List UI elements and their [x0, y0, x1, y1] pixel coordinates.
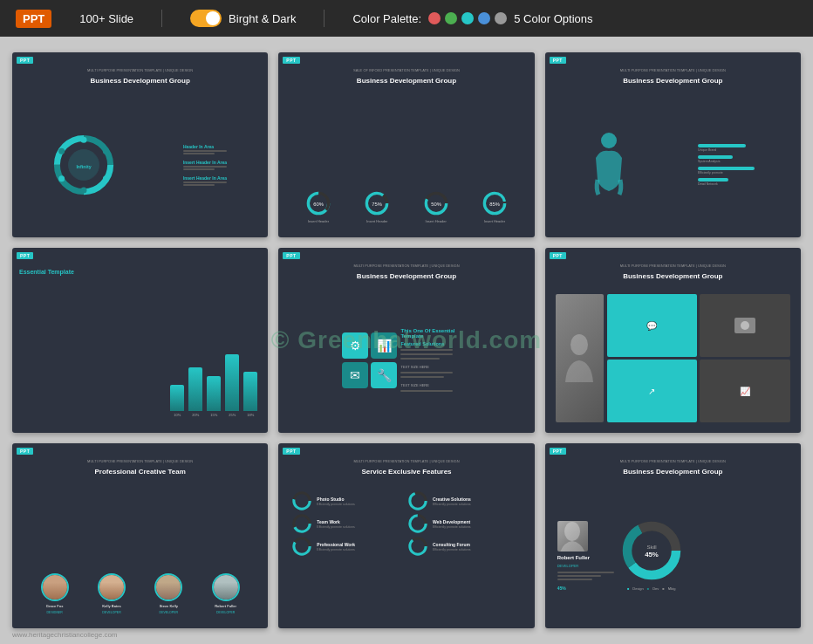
slide1-diagram: Infinity Header In Area Insert Header In… [19, 99, 261, 230]
slide-subtitle-1: MULTI PURPOSE PRESENTATION TEMPLATE | UN… [19, 68, 261, 72]
svg-text:45%: 45% [645, 551, 659, 558]
donut-3: 50% Insert Header [423, 190, 449, 223]
website-url: www.heritagechristiancollege.com [12, 631, 118, 639]
slide-card-8[interactable]: PPT MULTI PURPOSE PRESENTATION TEMPLATE … [278, 443, 534, 628]
slide3-human: Unique Brand System Analysis Efficiently… [552, 99, 794, 230]
member-name-3: Steve Kelly [160, 604, 178, 608]
bar-1 [170, 385, 184, 411]
slide-card-2[interactable]: PPT SALE OF INFOED PRESENTATION TEMPLATE… [278, 52, 534, 237]
tile-grid: 💬 ↗ 📈 [607, 294, 790, 422]
profile-role: DEVELOPER [557, 564, 578, 568]
slide-inner-5: PPT MULTI PURPOSE PRESENTATION TEMPLATE … [278, 248, 534, 433]
photo-main [556, 294, 604, 422]
slides-count-section: 100+ Slide [79, 12, 133, 25]
bar-col-3: 15% [207, 376, 221, 417]
toggle-section[interactable]: Birght & Dark [190, 10, 296, 27]
slide-tag-8: PPT [283, 448, 299, 455]
svg-point-7 [103, 147, 109, 154]
slide-title-2: Business Development Group [285, 77, 527, 85]
svg-point-11 [58, 147, 65, 154]
slide2-donuts: 60% Insert Header 75% Insert Header 50% … [285, 99, 527, 230]
slide-inner-2: PPT SALE OF INFOED PRESENTATION TEMPLATE… [278, 52, 534, 237]
slide-title-1: Business Development Group [19, 77, 261, 85]
gear-icon-2: 📊 [371, 332, 397, 359]
svg-point-40 [564, 522, 580, 541]
slide-tag-7: PPT [17, 448, 33, 455]
color-dot-green[interactable] [445, 12, 457, 24]
member-3: Steve Kelly DEVELOPER [154, 573, 182, 614]
bar-col-1: 10% [170, 385, 184, 417]
gear-icon-3: ✉ [342, 362, 368, 388]
slide-tag-9: PPT [550, 448, 566, 455]
tile-chart: 📈 [700, 360, 790, 422]
member-name-2: Kelly Bates [102, 604, 121, 608]
slides-grid: © Greenhatworld.com PPT MULTI PURPOSE PR… [0, 37, 813, 644]
slide-card-7[interactable]: PPT MULTI PURPOSE PRESENTATION TEMPLATE … [12, 443, 268, 628]
services-grid: Photo StudioEfficiently promote solution… [292, 491, 520, 556]
toggle-knob [206, 11, 220, 25]
service-row-5: Professional WorkEfficiently promote sol… [292, 537, 405, 556]
svg-point-27 [741, 321, 749, 330]
member-4: Robert Fuller DEVELOPER [212, 573, 240, 614]
slide-card-9[interactable]: PPT MULTI PURPOSE PRESENTATION TEMPLATE … [545, 443, 801, 628]
ppt-badge: PPT [16, 10, 51, 28]
slide-subtitle-8: MULTI PURPOSE PRESENTATION TEMPLATE | UN… [285, 459, 527, 463]
theme-toggle[interactable] [190, 10, 222, 27]
service-row-1: Photo StudioEfficiently promote solution… [292, 491, 405, 510]
color-dots [428, 12, 507, 24]
slide-subtitle-2: SALE OF INFOED PRESENTATION TEMPLATE | U… [285, 68, 527, 72]
gear-icons: ⚙ 📊 ✉ 🔧 [342, 332, 397, 388]
profile-lines [557, 572, 614, 580]
svg-point-24 [601, 133, 617, 148]
bar-col-4: 25% [225, 354, 239, 417]
slide-title-7: Professional Creative Team [19, 468, 261, 476]
slide5-gears: ⚙ 📊 ✉ 🔧 This One Of Essential Template F… [285, 294, 527, 426]
svg-text:75%: 75% [372, 202, 382, 207]
color-dot-blue[interactable] [478, 12, 490, 24]
member-1: Grace Fox DESIGNER [41, 573, 69, 614]
svg-point-9 [81, 187, 87, 193]
slide3-bars: Unique Brand System Analysis Efficiently… [698, 144, 755, 186]
donut-skill-wrap: Skill 45% ■Design ■Dev ■Mktg [621, 520, 682, 591]
divider2 [324, 10, 325, 27]
slide-inner-6: PPT MULTI PURPOSE PRESENTATION TEMPLATE … [545, 248, 801, 433]
slide-card-1[interactable]: PPT MULTI PURPOSE PRESENTATION TEMPLATE … [12, 52, 268, 237]
profile-avatar [557, 521, 588, 552]
skill-legend: ■Design ■Dev ■Mktg [621, 586, 682, 591]
slide-card-5[interactable]: PPT MULTI PURPOSE PRESENTATION TEMPLATE … [278, 248, 534, 433]
service-row-3: Team WorkEfficiently promote solutions [292, 514, 405, 533]
color-dot-red[interactable] [428, 12, 441, 24]
palette-section: Color Palette: 5 Color Options [352, 12, 592, 25]
slide-subtitle-3: MULTI PURPOSE PRESENTATION TEMPLATE | UN… [552, 68, 794, 72]
svg-text:Infinity: Infinity [77, 163, 92, 168]
donut-2: 75% Insert Header [364, 190, 390, 223]
member-name-4: Robert Fuller [215, 604, 236, 608]
member-role-1: DESIGNER [47, 611, 63, 614]
donut-4: 85% Insert Header [482, 190, 508, 223]
slide-title-3: Business Development Group [552, 77, 794, 85]
color-dot-gray[interactable] [495, 12, 507, 24]
slide1-text-blocks: Header In Area Insert Header In Area Ins… [183, 144, 227, 186]
member-role-3: DEVELOPER [160, 611, 178, 614]
slide-card-4[interactable]: PPT Essential Template 10% 20% 15% [12, 248, 268, 433]
slide-subtitle-9: MULTI PURPOSE PRESENTATION TEMPLATE | UN… [552, 459, 794, 463]
bar-2 [188, 367, 202, 411]
slide9-profile: Robert Fuller DEVELOPER 45% [552, 490, 794, 621]
slide-subtitle-7: MULTI PURPOSE PRESENTATION TEMPLATE | UN… [19, 459, 261, 463]
service-row-4: Web DevelopmentEfficiently promote solut… [408, 514, 521, 533]
slide8-services: Photo StudioEfficiently promote solution… [285, 490, 527, 621]
slide-subtitle-5: MULTI PURPOSE PRESENTATION TEMPLATE | UN… [285, 264, 527, 268]
avatar-4 [212, 573, 240, 601]
bar-col-2: 20% [188, 367, 202, 417]
svg-text:60%: 60% [313, 202, 324, 207]
palette-label: Color Palette: [352, 12, 421, 25]
avatar-2 [98, 573, 126, 601]
color-dot-teal[interactable] [461, 12, 474, 24]
slide-title-9: Business Development Group [552, 468, 794, 476]
slide-card-6[interactable]: PPT MULTI PURPOSE PRESENTATION TEMPLATE … [545, 248, 801, 433]
donut-1: 60% Insert Header [305, 190, 331, 223]
avatar-1 [41, 573, 69, 601]
slide-card-3[interactable]: PPT MULTI PURPOSE PRESENTATION TEMPLATE … [545, 52, 801, 237]
slide-tag-6: PPT [550, 252, 566, 259]
avatar-3 [154, 573, 182, 601]
